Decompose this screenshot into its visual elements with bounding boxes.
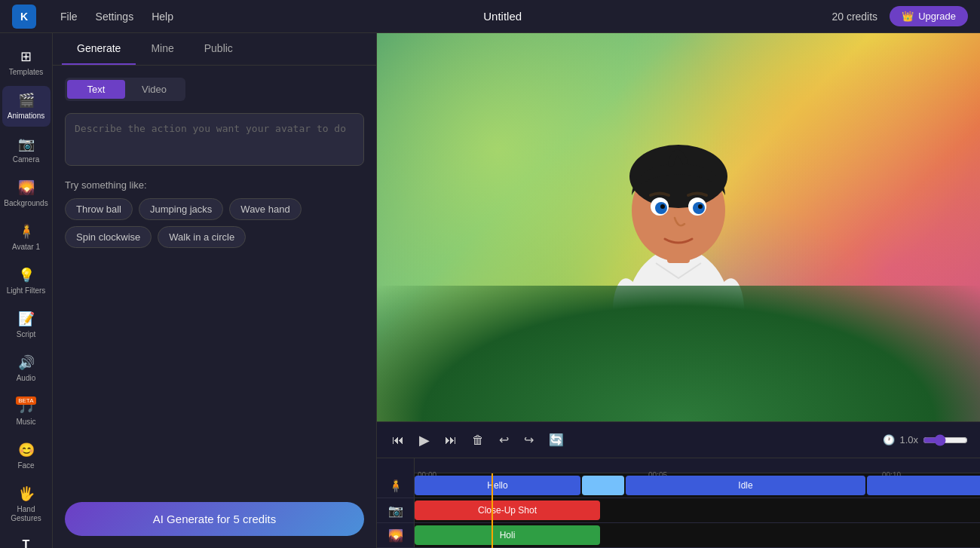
suggestion-jumping-jacks[interactable]: Jumping jacks	[139, 198, 223, 220]
timeline-row-bg[interactable]: Holi	[415, 523, 980, 548]
top-nav: K File Settings Help Untitled 20 credits…	[0, 0, 980, 33]
track-icon-avatar: 🧍	[377, 473, 415, 498]
generate-button[interactable]: AI Generate for 5 credits	[65, 502, 364, 536]
play-button[interactable]: ▶	[416, 429, 433, 452]
svg-point-11	[707, 277, 748, 369]
sidebar-item-text-effects[interactable]: T Text Effects	[2, 532, 51, 548]
face-label: Face	[17, 461, 34, 470]
backgrounds-icon: 🌄	[18, 179, 35, 196]
face-icon: 😊	[18, 442, 35, 458]
backgrounds-label: Backgrounds	[4, 199, 47, 208]
track-holi-label: Holi	[500, 530, 516, 540]
sidebar-item-audio[interactable]: 🔊 Audio	[2, 348, 51, 389]
audio-icon: 🔊	[18, 354, 35, 371]
sidebar-item-avatar[interactable]: 🧍 Avatar 1	[2, 217, 51, 258]
nav-right: 20 credits 👑 Upgrade	[831, 6, 968, 26]
speed-slider[interactable]	[923, 434, 968, 446]
timeline-content: 00:00 00:05 00:10 Hello	[415, 458, 980, 548]
timeline-tracks[interactable]: Hello Idle Bhangra Dance Close-Up	[415, 473, 980, 548]
animations-icon: 🎬	[18, 92, 35, 109]
track-icon-bg: 🌄	[377, 523, 415, 548]
file-menu[interactable]: File	[60, 11, 78, 23]
suggestion-walk-circle[interactable]: Walk in a circle	[158, 226, 246, 248]
timeline-area: 🧍 📷 🌄 00:00 00:05 00:10	[377, 458, 980, 548]
music-label: Music	[16, 418, 35, 427]
skip-to-end-button[interactable]: ⏭	[442, 430, 460, 450]
track-block-idle[interactable]: Idle	[626, 476, 865, 495]
refresh-button[interactable]: 🔄	[546, 430, 567, 450]
app-logo: K	[12, 5, 36, 29]
delete-button[interactable]: 🗑	[469, 430, 487, 450]
track-block-hello[interactable]: Hello	[415, 476, 580, 495]
timeline-row-camera[interactable]: Close-Up Shot	[415, 498, 980, 523]
upgrade-icon: 👑	[902, 11, 914, 22]
toggle-group: Text Video	[65, 78, 185, 101]
sidebar-item-face[interactable]: 😊 Face	[2, 436, 51, 476]
track-block-holi[interactable]: Holi	[415, 525, 600, 545]
credits-display: 20 credits	[831, 11, 877, 23]
document-title: Untitled	[483, 10, 522, 23]
icon-sidebar: ⊞ Templates 🎬 Animations 📷 Camera 🌄 Back…	[0, 33, 53, 548]
track-closeup-label: Close-Up Shot	[478, 505, 537, 516]
svg-point-9	[698, 204, 703, 209]
sidebar-item-backgrounds[interactable]: 🌄 Backgrounds	[2, 173, 51, 214]
settings-menu[interactable]: Settings	[96, 11, 134, 23]
nav-links: File Settings Help	[60, 11, 173, 23]
redo-button[interactable]: ↪	[521, 430, 537, 450]
suggestion-throw-ball[interactable]: Throw ball	[65, 198, 133, 220]
tab-public[interactable]: Public	[189, 33, 248, 65]
sidebar-item-script[interactable]: 📝 Script	[2, 305, 51, 345]
text-effects-icon: T	[23, 538, 30, 548]
main-area: ⊞ Templates 🎬 Animations 📷 Camera 🌄 Back…	[0, 33, 980, 548]
light-filters-label: Light Filters	[7, 286, 46, 295]
undo-button[interactable]: ↩	[496, 430, 512, 450]
track-block-closeup[interactable]: Close-Up Shot	[415, 501, 600, 520]
timeline-track-icons: 🧍 📷 🌄	[377, 458, 415, 548]
speed-control: 🕐 1.0x	[883, 434, 968, 446]
script-icon: 📝	[18, 311, 35, 327]
video-background	[377, 33, 980, 421]
sidebar-item-templates[interactable]: ⊞ Templates	[2, 42, 51, 83]
light-filters-icon: 💡	[18, 267, 35, 283]
camera-icon: 📷	[18, 136, 35, 152]
suggestion-wave-hand[interactable]: Wave hand	[229, 198, 301, 220]
toggle-video[interactable]: Video	[125, 80, 183, 99]
left-panel: Generate Mine Public Text Video Try some…	[53, 33, 377, 548]
prompt-input[interactable]	[65, 113, 364, 166]
track-idle-label: Idle	[738, 480, 752, 491]
sidebar-item-camera[interactable]: 📷 Camera	[2, 130, 51, 170]
try-label: Try something like:	[65, 179, 364, 191]
nav-center: Untitled	[198, 10, 807, 23]
sidebar-item-light-filters[interactable]: 💡 Light Filters	[2, 261, 51, 302]
timeline-row-avatar[interactable]: Hello Idle Bhangra Dance	[415, 473, 980, 498]
script-label: Script	[17, 330, 36, 339]
tab-generate[interactable]: Generate	[62, 33, 136, 65]
tab-mine[interactable]: Mine	[136, 33, 188, 65]
avatar-label: Avatar 1	[12, 243, 40, 252]
svg-point-13	[718, 354, 745, 384]
track-block-bhangra[interactable]: Bhangra Dance	[867, 476, 980, 495]
sidebar-item-music[interactable]: 🎵 BETA Music	[2, 392, 51, 433]
panel-content: Text Video Try something like: Throw bal…	[53, 66, 376, 490]
panel-tabs: Generate Mine Public	[53, 33, 376, 66]
skip-to-start-button[interactable]: ⏮	[389, 430, 407, 450]
speed-value: 1.0x	[899, 434, 918, 445]
templates-label: Templates	[9, 68, 44, 77]
hand-gestures-label: Hand Gestures	[7, 505, 46, 523]
svg-point-8	[660, 204, 665, 209]
suggestion-spin-clockwise[interactable]: Spin clockwise	[65, 226, 152, 248]
video-canvas	[377, 33, 980, 421]
sidebar-item-animations[interactable]: 🎬 Animations	[2, 86, 51, 127]
svg-point-0	[626, 248, 731, 384]
timeline-ruler: 00:00 00:05 00:10	[415, 458, 980, 473]
sidebar-item-hand-gestures[interactable]: 🖐 Hand Gestures	[2, 479, 51, 529]
help-menu[interactable]: Help	[152, 11, 173, 23]
hand-gestures-icon: 🖐	[18, 485, 35, 502]
camera-label: Camera	[13, 155, 40, 164]
track-block-transition[interactable]	[582, 476, 624, 495]
toggle-text[interactable]: Text	[67, 80, 125, 99]
track-icon-camera: 📷	[377, 498, 415, 523]
track-hello-label: Hello	[487, 480, 507, 491]
svg-point-10	[609, 277, 650, 369]
upgrade-button[interactable]: 👑 Upgrade	[890, 6, 968, 26]
